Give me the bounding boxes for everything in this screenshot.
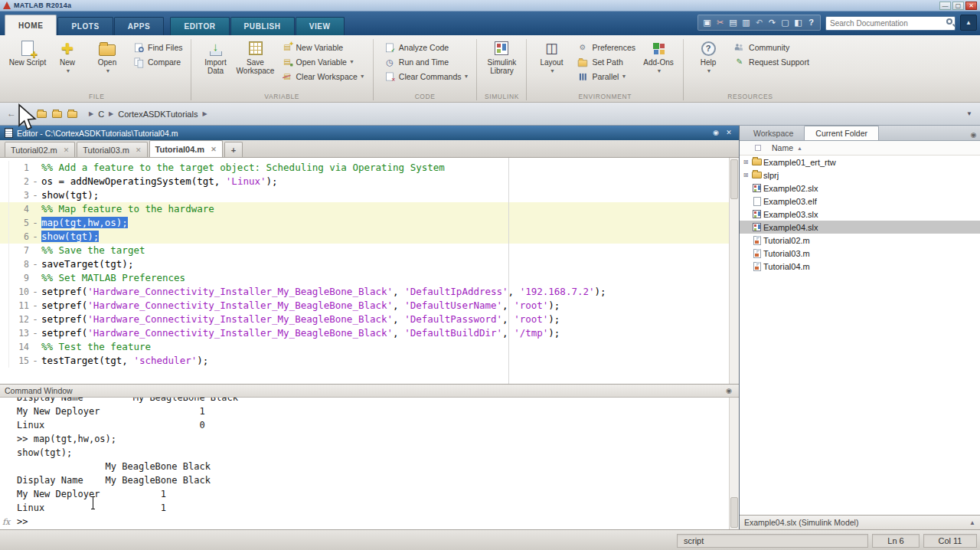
run-and-time-button[interactable]: Run and Time <box>378 54 472 69</box>
breakpoint-gutter[interactable] <box>0 202 9 216</box>
close-button[interactable]: ✕ <box>965 2 977 10</box>
breakpoint-gutter[interactable] <box>0 257 9 271</box>
parallel-button[interactable]: Parallel▼ <box>571 69 639 83</box>
paste-icon[interactable]: ▥ <box>740 16 753 29</box>
close-tab-icon[interactable]: ✕ <box>64 146 70 154</box>
file-row-tutorial02-m[interactable]: Tutorial02.m <box>740 234 980 247</box>
request-support-button[interactable]: Request Support <box>728 54 812 69</box>
file-row-slprj[interactable]: ⊞slprj <box>740 169 980 182</box>
breakpoint-gutter[interactable] <box>0 230 9 244</box>
maximize-button[interactable]: ▢ <box>952 2 964 10</box>
code-line-5[interactable]: 5-map(tgt,hw,os); <box>0 216 739 230</box>
undo-icon[interactable]: ↶ <box>753 16 766 29</box>
code-line-15[interactable]: 15-testTarget(tgt, 'scheduler'); <box>0 354 739 368</box>
right-panel-dock-icon[interactable]: ◉ <box>969 130 978 140</box>
code-line-9[interactable]: 9%% Set MATLAB Preferences <box>0 271 739 285</box>
breakpoint-gutter[interactable] <box>0 161 9 175</box>
command-window-scrollbar-thumb[interactable] <box>730 497 738 528</box>
tab-current-folder[interactable]: Current Folder <box>804 126 879 140</box>
file-row-example03-slx[interactable]: Example03.slx <box>740 208 980 221</box>
file-row-example01-ert-rtw[interactable]: ⊞Example01_ert_rtw <box>740 156 980 169</box>
breakpoint-gutter[interactable] <box>0 313 9 326</box>
file-row-example03-elf[interactable]: Example03.elf <box>740 195 980 208</box>
layout-button[interactable]: Layout▼ <box>531 38 571 75</box>
new-variable-button[interactable]: New Variable <box>276 40 368 54</box>
forward-icon[interactable]: → <box>20 107 34 121</box>
new-tab-button[interactable]: + <box>224 142 243 157</box>
code-line-1[interactable]: 1%% Add a feature to the target object: … <box>0 161 739 175</box>
help-button[interactable]: Help▼ <box>688 38 728 75</box>
breakpoint-gutter[interactable] <box>0 244 9 257</box>
code-line-13[interactable]: 13-setpref('Hardware_Connectivity_Instal… <box>0 326 739 340</box>
open-variable-button[interactable]: Open Variable▼ <box>276 54 368 69</box>
tab-view[interactable]: VIEW <box>296 17 345 35</box>
save-workspace-button[interactable]: Save Workspace <box>236 38 276 75</box>
editor-tab-tutorial02-m[interactable]: Tutorial02.m✕ <box>5 142 75 157</box>
code-line-7[interactable]: 7%% Save the target <box>0 244 739 257</box>
file-row-tutorial04-m[interactable]: Tutorial04.m <box>740 260 980 273</box>
editor-close-icon[interactable]: ✕ <box>724 128 734 138</box>
switch-window-icon[interactable]: ▢ <box>779 16 792 29</box>
back-icon[interactable]: ← <box>5 107 18 121</box>
help-icon[interactable]: ? <box>805 16 818 29</box>
save-icon[interactable]: ▣ <box>701 16 714 29</box>
minimize-button[interactable]: — <box>939 2 951 10</box>
add-ons-button[interactable]: Add-Ons▼ <box>639 38 678 75</box>
editor-tab-tutorial04-m[interactable]: Tutorial04.m✕ <box>149 140 223 157</box>
breakpoint-gutter[interactable] <box>0 340 9 354</box>
tab-editor[interactable]: EDITOR <box>170 17 229 35</box>
minimize-ribbon-button[interactable]: ▲ <box>960 15 977 31</box>
browse-folder-icon[interactable] <box>35 107 49 121</box>
breakpoint-gutter[interactable] <box>0 175 9 188</box>
clear-workspace-button[interactable]: Clear Workspace▼ <box>276 69 368 83</box>
breakpoint-gutter[interactable] <box>0 285 9 299</box>
find-files-button[interactable]: Find Files <box>127 40 186 54</box>
command-window-dock-icon[interactable]: ◉ <box>724 386 734 396</box>
search-icon[interactable] <box>946 18 952 25</box>
copy-icon[interactable]: ▤ <box>727 16 740 29</box>
search-documentation-input[interactable] <box>825 16 956 31</box>
open-button[interactable]: Open▼ <box>87 38 127 75</box>
command-window[interactable]: Display Name My BeagleBone BlackMy New D… <box>0 398 739 529</box>
new-script-button[interactable]: New Script <box>8 38 47 67</box>
set-path-button[interactable]: Set Path <box>571 54 639 69</box>
code-line-6[interactable]: 6-show(tgt); <box>0 230 739 244</box>
expand-icon[interactable]: ⊞ <box>741 159 750 165</box>
code-line-14[interactable]: 14%% Test the feature <box>0 340 739 354</box>
code-line-11[interactable]: 11-setpref('Hardware_Connectivity_Instal… <box>0 299 739 313</box>
clear-commands-button[interactable]: Clear Commands▼ <box>378 69 472 83</box>
editor-dock-icon[interactable]: ◉ <box>710 128 721 138</box>
function-hints-icon[interactable]: fx <box>2 516 10 529</box>
file-row-example04-slx[interactable]: Example04.slx <box>740 221 980 234</box>
code-line-2[interactable]: 2-os = addNewOperatingSystem(tgt, 'Linux… <box>0 175 739 188</box>
code-line-4[interactable]: 4%% Map feature to the hardware <box>0 202 739 216</box>
editor-scrollbar[interactable] <box>729 158 739 384</box>
up-folder-icon[interactable] <box>51 107 64 121</box>
command-window-scrollbar[interactable] <box>729 398 739 529</box>
close-tab-icon[interactable]: ✕ <box>136 146 142 154</box>
tab-apps[interactable]: APPS <box>114 17 165 35</box>
breakpoint-gutter[interactable] <box>0 326 9 340</box>
tab-home[interactable]: HOME <box>5 15 57 35</box>
breadcrumb-dropdown-icon[interactable]: ▼ <box>963 110 975 117</box>
breakpoint-gutter[interactable] <box>0 299 9 313</box>
community-button[interactable]: Community <box>728 40 812 54</box>
editor-tab-tutorial03-m[interactable]: Tutorial03.m✕ <box>77 142 147 157</box>
code-line-8[interactable]: 8-saveTarget(tgt); <box>0 257 739 271</box>
expand-icon[interactable]: ⊞ <box>741 172 750 178</box>
breakpoint-gutter[interactable] <box>0 354 9 368</box>
simulink-library-button[interactable]: Simulink Library <box>482 38 521 75</box>
command-prompt[interactable]: fx>> <box>17 515 739 529</box>
cut-icon[interactable]: ✂ <box>714 16 727 29</box>
breadcrumb-item-c[interactable]: C <box>98 110 104 119</box>
redo-icon[interactable]: ↷ <box>766 16 779 29</box>
tab-plots[interactable]: PLOTS <box>57 17 113 35</box>
breakpoint-gutter[interactable] <box>0 271 9 285</box>
editor-scrollbar-thumb[interactable] <box>730 159 738 199</box>
tab-workspace[interactable]: Workspace <box>743 127 804 140</box>
new-button[interactable]: New▼ <box>47 38 87 75</box>
tab-publish[interactable]: PUBLISH <box>230 17 295 35</box>
file-list-header[interactable]: Name ▲ <box>740 141 980 156</box>
compare-button[interactable]: Compare <box>127 54 186 69</box>
breakpoint-gutter[interactable] <box>0 188 9 202</box>
